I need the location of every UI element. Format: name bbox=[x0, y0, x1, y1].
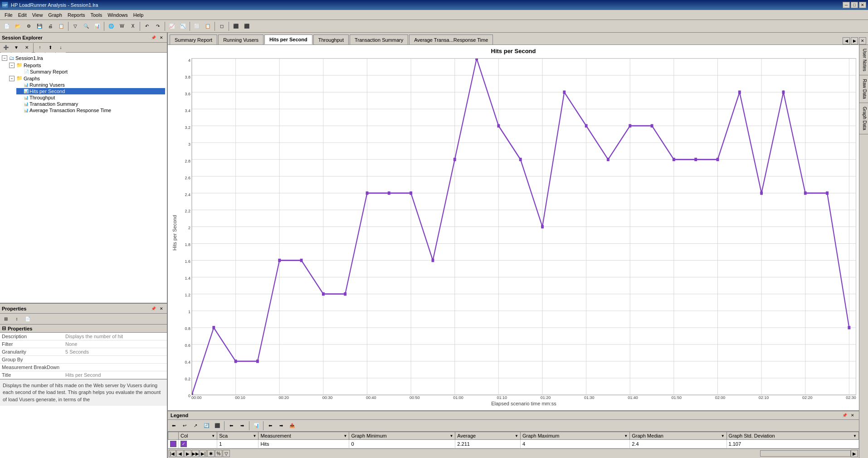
side-tab-user-notes[interactable]: User Notes bbox=[859, 45, 868, 75]
tree-graphs-parent[interactable]: − 📁 Graphs bbox=[9, 75, 165, 82]
explorer-up[interactable]: ↑ bbox=[35, 43, 45, 53]
props-pin-button[interactable]: 📌 bbox=[150, 305, 157, 312]
tb-export-html[interactable]: 🌐 bbox=[106, 21, 116, 31]
tb-undo[interactable]: ↶ bbox=[142, 21, 152, 31]
legend-controls[interactable]: 📌 ✕ bbox=[841, 412, 856, 419]
legend-tb-9[interactable]: ⬅ bbox=[265, 421, 275, 431]
explorer-add[interactable]: ➕ bbox=[1, 43, 11, 53]
legend-tb-6[interactable]: ⬅ bbox=[226, 421, 236, 431]
tb-open[interactable]: 📂 bbox=[13, 21, 23, 31]
maximize-button[interactable]: □ bbox=[851, 2, 858, 8]
nav-filter[interactable]: % bbox=[215, 450, 222, 457]
legend-tb-4[interactable]: 🔄 bbox=[201, 421, 211, 431]
tab-next-button[interactable]: ▶ bbox=[851, 37, 858, 44]
tb-save[interactable]: 💾 bbox=[34, 21, 44, 31]
tb-filter[interactable]: ▽ bbox=[70, 21, 80, 31]
tab-running-vusers[interactable]: Running Vusers bbox=[218, 34, 263, 44]
legend-col-measurement[interactable]: Measurement▼ bbox=[258, 432, 349, 440]
tab-prev-button[interactable]: ◀ bbox=[843, 37, 850, 44]
nav-last[interactable]: ▶| bbox=[200, 450, 207, 457]
tb-btn6[interactable]: ⬛ bbox=[231, 21, 241, 31]
tab-avg-response-time[interactable]: Average Transa...Response Time bbox=[409, 34, 493, 44]
tb-export-excel[interactable]: X bbox=[128, 21, 138, 31]
props-close-button[interactable]: ✕ bbox=[158, 305, 165, 312]
legend-tb-5[interactable]: ⬛ bbox=[212, 421, 222, 431]
tree-reports-parent[interactable]: − 📁 Reports bbox=[9, 62, 165, 69]
menu-help[interactable]: Help bbox=[131, 11, 146, 19]
nav-scroll-right[interactable]: ▶ bbox=[851, 450, 858, 457]
legend-tb-8[interactable]: 📊 bbox=[251, 421, 261, 431]
tb-add-graph[interactable]: 📊 bbox=[92, 21, 102, 31]
props-sort[interactable]: ↕ bbox=[12, 314, 22, 324]
nav-filter2[interactable]: ▽ bbox=[223, 450, 230, 457]
tb-export-word[interactable]: W bbox=[117, 21, 127, 31]
explorer-up2[interactable]: ⬆ bbox=[45, 43, 55, 53]
explorer-down[interactable]: ↓ bbox=[56, 43, 66, 53]
legend-tb-11[interactable]: 📤 bbox=[287, 421, 297, 431]
legend-col-min[interactable]: Graph Minimum▼ bbox=[349, 432, 455, 440]
legend-pin-button[interactable]: 📌 bbox=[841, 412, 848, 419]
pin-button[interactable]: 📌 bbox=[150, 34, 157, 41]
menu-edit[interactable]: Edit bbox=[15, 11, 29, 19]
side-tab-graph-data[interactable]: Graph Data bbox=[859, 103, 868, 134]
legend-col-std[interactable]: Graph Std. Deviation▼ bbox=[727, 432, 858, 440]
tab-hits-per-second[interactable]: Hits per Second bbox=[264, 34, 312, 44]
close-panel-button[interactable]: ✕ bbox=[158, 34, 165, 41]
props-grid-view[interactable]: ⊞ bbox=[1, 314, 11, 324]
nav-first[interactable]: |◀ bbox=[169, 450, 176, 457]
legend-col-sca[interactable]: Sca▼ bbox=[217, 432, 258, 440]
tree-session-root[interactable]: − 🗂 Session1.lra bbox=[2, 54, 165, 62]
tb-btn7[interactable]: ⬛ bbox=[242, 21, 252, 31]
tree-throughput[interactable]: 📊 Throughput bbox=[16, 94, 165, 101]
close-button[interactable]: ✕ bbox=[859, 2, 866, 8]
tb-zoom-in[interactable]: 🔍 bbox=[81, 21, 91, 31]
tab-summary-report[interactable]: Summary Report bbox=[170, 34, 217, 44]
tree-avg-response-time[interactable]: 📊 Average Transaction Response Time bbox=[16, 107, 165, 113]
nav-prev[interactable]: ◀ bbox=[176, 450, 184, 457]
tb-btn1[interactable]: 📈 bbox=[167, 21, 177, 31]
tb-btn3[interactable]: ⬜ bbox=[192, 21, 202, 31]
nav-next[interactable]: ▶ bbox=[184, 450, 191, 457]
tab-throughput[interactable]: Throughput bbox=[313, 34, 349, 44]
tab-close-button[interactable]: ✕ bbox=[859, 37, 866, 44]
nav-refresh[interactable]: ✱ bbox=[207, 450, 215, 457]
row-checkbox[interactable]: ✓ bbox=[180, 441, 187, 447]
tb-btn2[interactable]: 📉 bbox=[178, 21, 188, 31]
legend-col-median[interactable]: Graph Median▼ bbox=[630, 432, 727, 440]
tab-transaction-summary[interactable]: Transaction Summary bbox=[350, 34, 408, 44]
legend-col-col[interactable]: Col▼ bbox=[179, 432, 217, 440]
tb-config[interactable]: ⚙ bbox=[24, 21, 34, 31]
minimize-button[interactable]: ─ bbox=[843, 2, 850, 8]
tree-running-vusers[interactable]: 📊 Running Vusers bbox=[16, 82, 165, 88]
tb-btn5[interactable]: ◻ bbox=[217, 21, 227, 31]
menu-tools[interactable]: Tools bbox=[88, 11, 105, 19]
expand-graphs[interactable]: − bbox=[9, 76, 15, 81]
legend-tb-2[interactable]: ↩ bbox=[180, 421, 190, 431]
tree-hits-per-second[interactable]: 📊 Hits per Second bbox=[16, 88, 165, 94]
panel-controls[interactable]: 📌 ✕ bbox=[150, 34, 165, 41]
legend-col-avg[interactable]: Average▼ bbox=[455, 432, 521, 440]
tb-btn4[interactable]: 📋 bbox=[203, 21, 213, 31]
expand-reports[interactable]: − bbox=[9, 63, 15, 68]
nav-next2[interactable]: ▶▶ bbox=[192, 450, 199, 457]
tree-summary-report[interactable]: 📄 Summary Report bbox=[16, 69, 165, 75]
legend-tb-10[interactable]: ➡ bbox=[276, 421, 286, 431]
props-controls[interactable]: 📌 ✕ bbox=[150, 305, 165, 312]
menu-view[interactable]: View bbox=[29, 11, 46, 19]
legend-col-max[interactable]: Graph Maximum▼ bbox=[521, 432, 630, 440]
legend-tb-3[interactable]: ↗ bbox=[190, 421, 200, 431]
legend-close-button[interactable]: ✕ bbox=[849, 412, 856, 419]
menu-graph[interactable]: Graph bbox=[45, 11, 65, 19]
legend-tb-1[interactable]: ⬅ bbox=[169, 421, 179, 431]
tb-print[interactable]: 🖨 bbox=[45, 21, 55, 31]
window-controls[interactable]: ─ □ ✕ bbox=[843, 2, 866, 8]
props-pages[interactable]: 📄 bbox=[23, 314, 33, 324]
legend-cell-checkbox[interactable]: ✓ bbox=[179, 440, 217, 448]
tb-redo[interactable]: ↷ bbox=[153, 21, 163, 31]
legend-scrollbar[interactable] bbox=[760, 450, 851, 457]
legend-tb-7[interactable]: ➡ bbox=[237, 421, 247, 431]
menu-file[interactable]: File bbox=[2, 11, 15, 19]
menu-reports[interactable]: Reports bbox=[65, 11, 88, 19]
menu-windows[interactable]: Windows bbox=[105, 11, 131, 19]
side-tab-raw-data[interactable]: Raw Data bbox=[859, 75, 868, 103]
